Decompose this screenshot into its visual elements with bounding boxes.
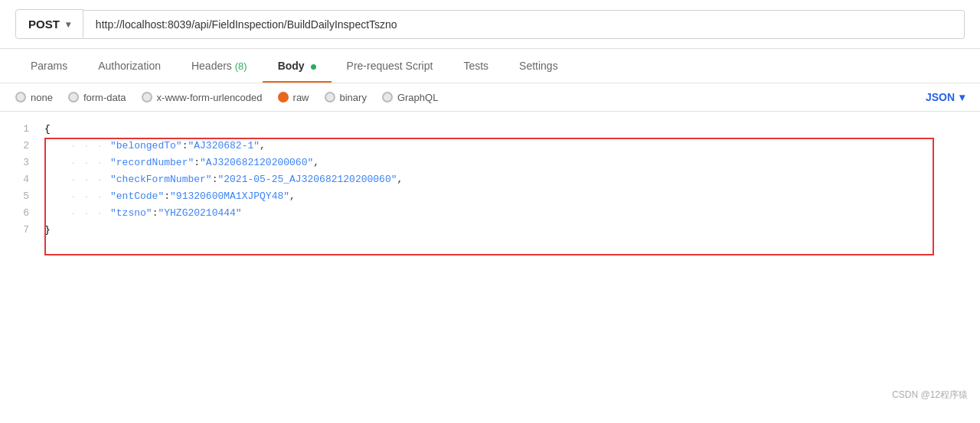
radio-x-www-form-urlencoded-circle: [142, 92, 152, 102]
radio-none[interactable]: none: [15, 92, 53, 103]
url-input[interactable]: [83, 10, 965, 39]
radio-graphql-circle: [382, 92, 393, 102]
body-dot: [311, 64, 316, 70]
radio-binary-circle: [325, 92, 335, 102]
tab-pre-request-script[interactable]: Pre-request Script: [332, 49, 449, 83]
radio-form-data-circle: [68, 92, 79, 102]
line-number-1: 1: [0, 121, 38, 138]
line-number-3: 3: [0, 155, 38, 171]
line-number-6: 6: [0, 205, 38, 222]
tab-headers[interactable]: Headers (8): [176, 49, 263, 83]
tabs-row: Params Authorization Headers (8) Body Pr…: [0, 49, 980, 83]
radio-none-circle: [15, 92, 26, 102]
tab-body[interactable]: Body: [263, 49, 332, 83]
tab-settings[interactable]: Settings: [504, 49, 573, 83]
line-numbers: 1234567: [0, 112, 38, 408]
body-type-row: none form-data x-www-form-urlencoded raw…: [0, 83, 980, 112]
tab-tests[interactable]: Tests: [448, 49, 504, 83]
radio-raw[interactable]: raw: [278, 92, 309, 103]
code-line-1: {: [38, 121, 980, 138]
tab-params[interactable]: Params: [15, 49, 83, 83]
line-number-4: 4: [0, 171, 38, 188]
code-line-3: · · · "recordNumber":"AJ320682120200060"…: [38, 155, 980, 171]
radio-graphql[interactable]: GraphQL: [382, 92, 438, 103]
code-line-4: · · · "checkFormNumber":"2021-05-25_AJ32…: [38, 171, 980, 188]
code-line-2: · · · "belongedTo":"AJ320682-1",: [38, 138, 980, 155]
radio-binary[interactable]: binary: [325, 92, 367, 103]
json-dropdown[interactable]: JSON ▾: [926, 91, 965, 103]
radio-x-www-form-urlencoded[interactable]: x-www-form-urlencoded: [142, 92, 263, 103]
line-number-7: 7: [0, 222, 38, 239]
method-select[interactable]: POST ▾: [15, 9, 83, 39]
line-number-5: 5: [0, 188, 38, 205]
url-bar: POST ▾: [0, 0, 980, 49]
tab-authorization[interactable]: Authorization: [83, 49, 176, 83]
code-line-7: }: [38, 222, 980, 239]
code-content[interactable]: { · · · "belongedTo":"AJ320682-1", · · ·…: [38, 112, 980, 408]
json-chevron: ▾: [959, 91, 965, 103]
watermark: CSDN @12程序猿: [892, 389, 968, 402]
line-number-2: 2: [0, 138, 38, 155]
radio-raw-circle: [278, 92, 289, 102]
headers-badge: (8): [235, 60, 247, 72]
method-label: POST: [28, 18, 60, 31]
code-line-6: · · · "tzsno":"YHZG20210444": [38, 205, 980, 222]
code-line-5: · · · "entCode":"91320600MA1XJPQY48",: [38, 188, 980, 205]
method-chevron: ▾: [66, 19, 70, 30]
editor-area: 1234567 { · · · "belongedTo":"AJ320682-1…: [0, 112, 980, 408]
radio-form-data[interactable]: form-data: [68, 92, 126, 103]
